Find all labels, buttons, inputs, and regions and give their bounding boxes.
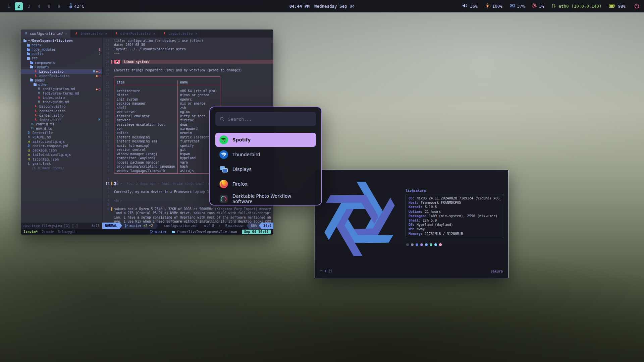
editor-tab[interactable]: ALayout.astro× (159, 29, 201, 38)
git-sign (111, 144, 112, 147)
workspace-button-1[interactable]: 1 (5, 2, 13, 10)
prompt-path: ~ (320, 269, 322, 273)
tree-item-label: README.md (33, 135, 51, 139)
tree-item[interactable]: {}package.json (21, 148, 102, 153)
editor-tab[interactable]: Mconfiguration.md× (21, 29, 71, 38)
folder-icon (30, 62, 33, 64)
buffer-line: 6sakura has a Ryzen 5 7640U, 32GB of DDR… (103, 207, 273, 211)
tree-item[interactable]: JSastro.config.mjs (21, 139, 102, 144)
tab-close-icon[interactable]: × (195, 32, 197, 36)
tree-item[interactable]: src (21, 56, 102, 60)
filetype-label: markdown (228, 224, 245, 228)
tree-root[interactable]: ~/Development/liv.town (21, 39, 102, 43)
tab-close-icon[interactable]: × (105, 32, 107, 36)
tree-item[interactable]: Mtone-guide.md (21, 100, 102, 104)
launcher-item[interactable]: Thunderbird (215, 147, 316, 162)
tree-item-marks: ? (99, 52, 100, 56)
tree-item-marks: ●□ (96, 87, 100, 91)
memory-value: 37% (517, 4, 525, 9)
tree-item[interactable]: Mconfiguration.md●□ (21, 87, 102, 91)
tree-item[interactable]: DDockerfile (21, 131, 102, 135)
line-number: 13 (103, 127, 111, 131)
tree-item[interactable]: layouts (21, 65, 102, 69)
git-sign (111, 220, 112, 223)
editor-tab[interactable]: AotherPost.astro× (111, 29, 159, 38)
tree-item[interactable]: (6 hidden items) (21, 166, 102, 170)
shell-prompt[interactable]: ~ > (320, 269, 331, 273)
tmux-window[interactable]: 1:nvim* (23, 230, 38, 234)
buffer-line: and a 2TB (Crucial P5 Plus) NVMe drive. … (103, 211, 273, 215)
tree-item[interactable]: Aindex.astroH (21, 118, 102, 122)
launcher-item[interactable]: Firefox (215, 177, 316, 191)
linux-icon (114, 60, 120, 64)
tree-item[interactable]: ALayout.astroH●□ (21, 69, 102, 74)
git-sign (111, 157, 112, 160)
ts-file-icon: TS (30, 127, 34, 130)
tree-item[interactable]: TSconfig.ts (21, 122, 102, 126)
md-file-icon: M (37, 92, 41, 95)
tree-item[interactable]: AotherPost.astro●□ (21, 74, 102, 78)
tree-item[interactable]: TSenv.d.ts (21, 126, 102, 131)
tree-item-label: Layout.astro (39, 70, 63, 73)
tree-item[interactable]: components (21, 60, 102, 65)
tree-item[interactable]: Mfediverse-terms.md (21, 91, 102, 96)
line-number: 28 (103, 60, 111, 63)
tree-item[interactable]: Ddocker-compose.yml (21, 144, 102, 148)
editor-tab[interactable]: Aindex.astro× (71, 29, 111, 38)
tree-item[interactable]: other (21, 82, 102, 87)
tree-item[interactable]: nginx (21, 43, 102, 47)
table-row: instant messagingmatrix (element (114, 135, 220, 140)
tree-item[interactable]: public? (21, 52, 102, 56)
md-file-icon: M (37, 101, 41, 104)
astro-file-icon: A (34, 70, 38, 73)
tree-item-label: pages (35, 78, 45, 82)
tree-item[interactable]: Agarden.astro (21, 113, 102, 118)
tree-item[interactable]: JStailwind.config.mjs (21, 153, 102, 157)
tree-item[interactable]: Abalcony.astro (21, 104, 102, 109)
buffer-line: 19package managernix or emerge (103, 102, 273, 106)
line-number: 24 (103, 81, 111, 84)
thermometer-icon (69, 3, 72, 9)
md-file-icon: M (24, 32, 28, 35)
tree-item-label: index.astro (43, 96, 65, 100)
buffer-line: 24itemname (103, 80, 273, 85)
tree-item[interactable]: node_modulesE (21, 47, 102, 52)
workspace-button-8[interactable]: 8 (45, 2, 53, 10)
tmux-window[interactable]: 3:lazygit (58, 230, 76, 234)
search-input[interactable]: Search... (215, 112, 316, 126)
cpu-value: 3% (539, 4, 544, 9)
tmux-window[interactable]: 2:node (42, 230, 54, 234)
workspace-button-4[interactable]: 4 (35, 2, 43, 10)
file-tree-panel[interactable]: ~/Development/liv.town nginxnode_modules… (21, 38, 102, 223)
table-row: window manager (xorg)bspwm (114, 152, 220, 157)
launcher-item[interactable]: Displays (215, 162, 316, 176)
git-sign (111, 39, 112, 43)
line-number: 34 (103, 182, 111, 185)
fetch-info-line: Memory: 11731MiB / 31280MiB (409, 232, 501, 236)
table-row: privilege escalation tooldoas (114, 123, 220, 127)
workspace-button-2[interactable]: 2 (15, 2, 23, 10)
tree-item[interactable]: Lyarn.lock (21, 162, 102, 166)
tree-item[interactable]: {}tsconfig.json (21, 157, 102, 162)
workspace-button-3[interactable]: 3 (25, 2, 33, 10)
tree-item-label: Dockerfile (33, 131, 53, 135)
tab-close-icon[interactable]: × (153, 32, 155, 36)
git-branch-name: master (129, 224, 142, 228)
line-number: 8 (103, 148, 111, 152)
workspace-button-9[interactable]: 9 (55, 2, 63, 10)
tree-item[interactable]: Acontact.astro (21, 109, 102, 113)
md-file-icon: M (37, 87, 41, 90)
tree-item[interactable]: MREADME.md (21, 135, 102, 139)
tree-item[interactable]: Aindex.astro (21, 96, 102, 100)
launcher-item[interactable]: Spotify (215, 133, 316, 147)
power-button[interactable] (634, 3, 639, 9)
git-sign (111, 131, 112, 135)
tree-item[interactable]: pages (21, 78, 102, 82)
tab-close-icon[interactable]: × (65, 32, 67, 36)
git-sign (111, 207, 112, 211)
line-number: 30 (103, 52, 111, 55)
line-number: 26 (103, 68, 111, 72)
launcher-item[interactable]: Darktable Photo Workflow Software (215, 192, 316, 205)
fetch-info-line: Host: Framework FRANMDCP05 (409, 200, 501, 205)
buffer-line: 26Favorite things regarding Linux and my… (103, 68, 273, 72)
